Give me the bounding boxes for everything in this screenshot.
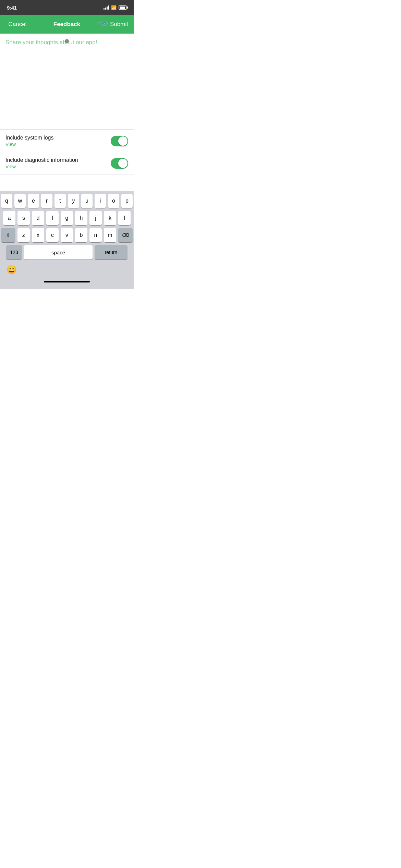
cancel-button[interactable]: Cancel [5,21,29,28]
key-o[interactable]: o [108,194,119,208]
key-h[interactable]: h [75,211,87,225]
shift-key[interactable]: ⇧ [1,228,15,242]
delete-key[interactable]: ⌫ [118,228,133,242]
battery-icon [119,5,127,10]
feedback-placeholder: Share your thoughts about our app! [5,39,97,46]
emoji-button[interactable]: 😀 [5,264,18,276]
key-t[interactable]: t [54,194,66,208]
keyboard: q w e r t y u i o p a s d f g h j k l ⇧ … [0,191,134,289]
key-d[interactable]: d [32,211,44,225]
key-j[interactable]: j [89,211,102,225]
toggle-knob [118,136,127,146]
key-n[interactable]: n [89,228,102,242]
keyboard-bottom-bar: 😀 [0,261,134,289]
nav-bar: Cancel Feedback 📎 Submit [0,15,134,34]
diagnostic-text: Include diagnostic information View [5,157,78,169]
attach-icon[interactable]: 📎 [96,18,109,31]
status-time: 9:41 [7,5,17,11]
keyboard-bottom: 😀 [0,262,134,279]
num-key[interactable]: 123 [6,245,22,260]
diagnostic-row: Include diagnostic information View [0,152,134,174]
system-logs-text: Include system logs View [5,135,54,147]
key-b[interactable]: b [75,228,87,242]
key-u[interactable]: u [81,194,93,208]
status-bar: 9:41 📶 [0,0,134,15]
key-z[interactable]: z [17,228,30,242]
key-w[interactable]: w [14,194,26,208]
status-icons: 📶 [104,5,127,10]
space-key[interactable]: space [24,245,93,260]
feedback-area[interactable]: Share your thoughts about our app! [0,34,134,130]
key-l[interactable]: l [118,211,131,225]
key-p[interactable]: p [121,194,133,208]
key-row-3: ⇧ z x c v b n m ⌫ [1,228,133,242]
home-indicator [44,281,90,282]
page-title: Feedback [53,21,80,28]
wifi-icon: 📶 [111,5,117,10]
key-g[interactable]: g [61,211,73,225]
system-logs-toggle[interactable] [111,136,128,146]
system-logs-row: Include system logs View [0,130,134,152]
signal-icon [104,5,109,10]
key-f[interactable]: f [46,211,59,225]
key-r[interactable]: r [41,194,52,208]
key-e[interactable]: e [28,194,39,208]
key-c[interactable]: c [46,228,59,242]
submit-button[interactable]: Submit [110,21,128,28]
key-row-1: q w e r t y u i o p [1,194,133,208]
key-y[interactable]: y [68,194,79,208]
key-i[interactable]: i [95,194,106,208]
nav-actions: 📎 Submit [98,20,128,29]
key-s[interactable]: s [17,211,30,225]
key-q[interactable]: q [1,194,12,208]
key-k[interactable]: k [104,211,116,225]
system-logs-view[interactable]: View [5,142,54,147]
key-v[interactable]: v [61,228,73,242]
key-x[interactable]: x [32,228,44,242]
key-row-2: a s d f g h j k l [1,211,133,225]
key-row-bottom: 123 space return [1,245,133,260]
toggle-section: Include system logs View Include diagnos… [0,130,134,174]
return-key[interactable]: return [95,245,127,260]
key-m[interactable]: m [104,228,116,242]
diagnostic-toggle[interactable] [111,158,128,169]
diagnostic-label: Include diagnostic information [5,157,78,163]
diagnostic-view[interactable]: View [5,164,78,169]
key-a[interactable]: a [3,211,15,225]
keyboard-rows: q w e r t y u i o p a s d f g h j k l ⇧ … [0,191,134,261]
system-logs-label: Include system logs [5,135,54,141]
toggle-knob-2 [118,159,127,168]
